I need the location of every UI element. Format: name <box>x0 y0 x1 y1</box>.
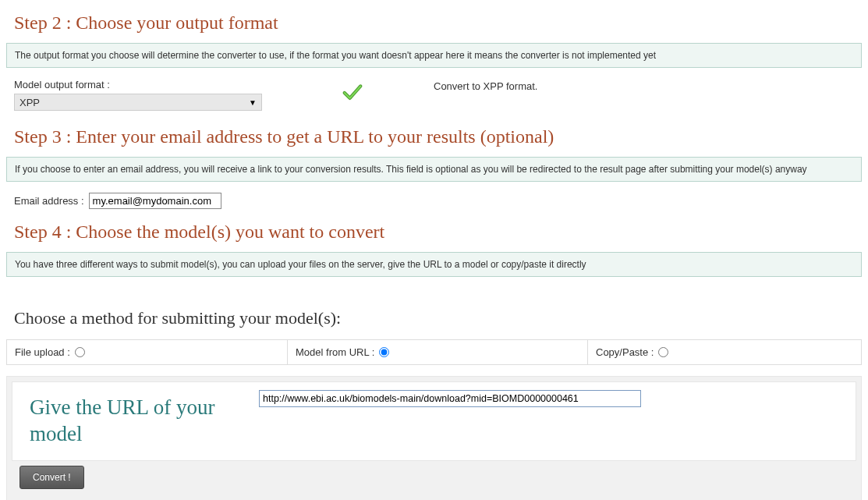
url-panel: Give the URL of your model Convert ! <box>6 376 862 500</box>
method-from-url[interactable]: Model from URL : <box>288 340 588 364</box>
chevron-down-icon: ▼ <box>249 98 257 107</box>
method-from-url-radio[interactable] <box>379 347 389 357</box>
step4-title: Step 4 : Choose the model(s) you want to… <box>14 222 862 243</box>
convert-button[interactable]: Convert ! <box>19 466 84 489</box>
output-format-label: Model output format : <box>14 79 271 90</box>
step3-info: If you choose to enter an email address,… <box>6 157 862 182</box>
step3-title: Step 3 : Enter your email address to get… <box>14 126 862 147</box>
step2-title: Step 2 : Choose your output format <box>14 12 862 34</box>
checkmark-icon <box>342 83 363 102</box>
output-format-select[interactable]: XPP ▼ <box>14 94 262 111</box>
url-panel-title: Give the URL of your model <box>12 382 259 460</box>
method-file-upload[interactable]: File upload : <box>7 340 288 364</box>
method-file-upload-label: File upload : <box>15 346 70 358</box>
method-copy-paste-radio[interactable] <box>658 347 668 357</box>
step4-info: You have three different ways to submit … <box>6 252 862 277</box>
convert-description: Convert to XPP format. <box>434 79 537 92</box>
step2-info: The output format you choose will determ… <box>6 43 862 68</box>
email-input[interactable] <box>89 193 221 209</box>
method-subheader: Choose a method for submitting your mode… <box>14 308 862 328</box>
method-copy-paste-label: Copy/Paste : <box>596 346 654 358</box>
method-from-url-label: Model from URL : <box>296 346 374 358</box>
output-format-selected: XPP <box>19 97 40 108</box>
method-file-upload-radio[interactable] <box>75 347 85 357</box>
email-label: Email address : <box>14 195 84 207</box>
method-copy-paste[interactable]: Copy/Paste : <box>588 340 861 364</box>
model-url-input[interactable] <box>259 390 641 407</box>
method-selector: File upload : Model from URL : Copy/Past… <box>6 339 862 365</box>
